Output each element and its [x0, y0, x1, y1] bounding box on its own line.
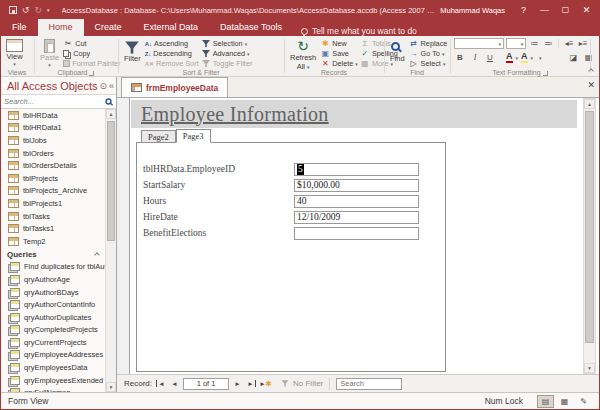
tab-database-tools[interactable]: Database Tools: [209, 19, 293, 36]
nav-item-table[interactable]: tblHRData: [1, 109, 105, 122]
nav-scrollbar-thumb[interactable]: [107, 121, 115, 241]
account-user-name[interactable]: Muhammad Waqas: [440, 6, 505, 15]
font-name-combobox[interactable]: ▾: [454, 38, 504, 49]
selection-button[interactable]: Selection ▾: [201, 39, 253, 48]
hours-textbox[interactable]: 40: [294, 195, 419, 208]
dialog-launcher-icon[interactable]: [543, 71, 548, 76]
paste-button[interactable]: Paste ▾: [38, 38, 61, 65]
increase-indent-icon[interactable]: ▸≡: [577, 38, 589, 49]
dialog-launcher-icon[interactable]: [89, 71, 94, 76]
scroll-up-icon[interactable]: ▲: [106, 109, 116, 119]
collapse-ribbon-button[interactable]: [587, 66, 594, 73]
cut-button[interactable]: ✂ Cut: [63, 39, 120, 48]
nav-item-query[interactable]: qryAuthorContantInfo: [1, 298, 105, 311]
tab-external-data[interactable]: External Data: [133, 19, 210, 36]
nav-item-query[interactable]: Find duplicates for tblAuthors: [1, 261, 105, 274]
help-button[interactable]: ?: [515, 2, 532, 18]
font-color-icon[interactable]: A: [506, 52, 513, 63]
nav-item-query[interactable]: qryCompletedProjects: [1, 324, 105, 337]
first-record-button[interactable]: ◄: [155, 378, 166, 390]
nav-item-query[interactable]: qryEmployeesExtended: [1, 374, 105, 387]
nav-item-table[interactable]: tblJobs: [1, 134, 105, 147]
scroll-down-icon[interactable]: ▼: [584, 363, 595, 373]
decrease-indent-icon[interactable]: ◂≡: [563, 38, 575, 49]
highlight-color-icon[interactable]: A: [521, 52, 528, 63]
nav-item-table[interactable]: tblOrdersDetails: [1, 159, 105, 172]
datasheet-view-button[interactable]: ▦: [556, 395, 573, 408]
view-button[interactable]: View ▾: [4, 38, 25, 65]
form-scrollbar[interactable]: ▲ ▼: [583, 98, 596, 374]
minimize-button[interactable]: —: [536, 2, 553, 18]
nav-item-table[interactable]: tblTasks: [1, 210, 105, 223]
save-record-button[interactable]: ▣ Save: [320, 49, 358, 58]
record-selector-bar[interactable]: [117, 98, 130, 374]
advanced-button[interactable]: Advanced ▾: [201, 49, 253, 58]
nav-search-input[interactable]: [4, 96, 104, 108]
copy-button[interactable]: Copy: [63, 49, 120, 58]
tab-file[interactable]: File: [1, 19, 38, 36]
qat-customize-icon[interactable]: ▾: [47, 7, 50, 13]
close-button[interactable]: ✕: [578, 2, 595, 18]
record-position[interactable]: 1 of 1: [183, 378, 229, 390]
form-scrollbar-thumb[interactable]: [585, 111, 594, 343]
form-view-button[interactable]: ▤: [537, 395, 554, 408]
tab-create[interactable]: Create: [84, 19, 133, 36]
format-painter-button[interactable]: Format Painter: [63, 59, 120, 68]
select-button[interactable]: ▷ Select ▾: [409, 59, 448, 68]
employeeid-textbox[interactable]: 5: [294, 163, 419, 176]
nav-item-table[interactable]: tblProjects: [1, 172, 105, 185]
nav-item-query[interactable]: qryEmployeeAddresses: [1, 349, 105, 362]
gridlines-icon[interactable]: ▦: [583, 52, 595, 63]
new-record-button[interactable]: ✱ New: [320, 39, 358, 48]
tab-home[interactable]: Home: [38, 19, 84, 36]
tell-me-box[interactable]: Tell me what you want to do: [293, 26, 425, 36]
record-search-input[interactable]: [336, 378, 402, 390]
save-icon[interactable]: [9, 6, 17, 14]
nav-item-table[interactable]: tblHRData1: [1, 122, 105, 135]
benefitelections-textbox[interactable]: [294, 227, 419, 240]
font-size-combobox[interactable]: ▾: [506, 38, 526, 49]
nav-item-query[interactable]: qryEmployeesData: [1, 361, 105, 374]
nav-item-table[interactable]: tblTasks1: [1, 222, 105, 235]
datasheet-formatting-icon[interactable]: ◪: [568, 52, 580, 63]
shutter-close-icon[interactable]: «: [109, 81, 114, 91]
refresh-all-button[interactable]: ↻ Refresh All ▾: [288, 38, 318, 65]
doc-tab-frmEmployeeData[interactable]: frmEmployeeData: [121, 77, 228, 97]
scroll-up-icon[interactable]: ▲: [584, 99, 595, 109]
maximize-button[interactable]: ▢: [557, 2, 574, 18]
redo-icon[interactable]: ↻: [35, 6, 43, 15]
startsalary-textbox[interactable]: $10,000.00: [294, 179, 419, 192]
nav-menu-icon[interactable]: ⊙: [99, 81, 107, 91]
nav-item-table[interactable]: tblProjects_Archive: [1, 185, 105, 198]
scroll-down-icon[interactable]: ▼: [106, 382, 116, 392]
design-view-button[interactable]: ✎: [575, 395, 592, 408]
delete-record-button[interactable]: ✕ Delete ▾: [320, 59, 358, 68]
hiredate-textbox[interactable]: 12/10/2009: [294, 211, 419, 224]
remove-sort-button[interactable]: A✕ Remove Sort: [145, 59, 199, 68]
descending-button[interactable]: Z↓ Descending: [145, 49, 199, 58]
nav-item-query[interactable]: qryCurrentProjects: [1, 336, 105, 349]
next-record-button[interactable]: ►: [232, 378, 243, 390]
bullets-icon[interactable]: ≔: [528, 38, 540, 49]
ascending-button[interactable]: A↓ Ascending: [145, 39, 199, 48]
filter-button[interactable]: Filter: [122, 38, 143, 65]
previous-record-button[interactable]: ◄: [169, 378, 180, 390]
nav-section-queries[interactable]: Queries: [1, 248, 105, 261]
close-document-icon[interactable]: ✕: [587, 81, 595, 90]
nav-item-table[interactable]: tblOrders: [1, 147, 105, 160]
tab-page3[interactable]: Page3: [176, 129, 211, 143]
replace-button[interactable]: ⇄ Replace: [409, 39, 448, 48]
underline-button[interactable]: U: [484, 52, 496, 63]
italic-button[interactable]: I: [469, 52, 481, 63]
bold-button[interactable]: B: [454, 52, 466, 63]
toggle-filter-button[interactable]: Toggle Filter: [201, 59, 253, 68]
goto-button[interactable]: → Go To ▾: [409, 49, 448, 58]
nav-item-query[interactable]: qryAuthorDuplicates: [1, 311, 105, 324]
new-blank-record-button[interactable]: ►✱: [260, 378, 271, 390]
find-button[interactable]: Find: [388, 38, 407, 65]
numbering-icon[interactable]: ≕: [542, 38, 554, 49]
undo-icon[interactable]: ↺: [22, 6, 30, 15]
nav-item-query[interactable]: qryAuthorAge: [1, 273, 105, 286]
nav-item-table[interactable]: tblProjects1: [1, 197, 105, 210]
last-record-button[interactable]: ►: [246, 378, 257, 390]
